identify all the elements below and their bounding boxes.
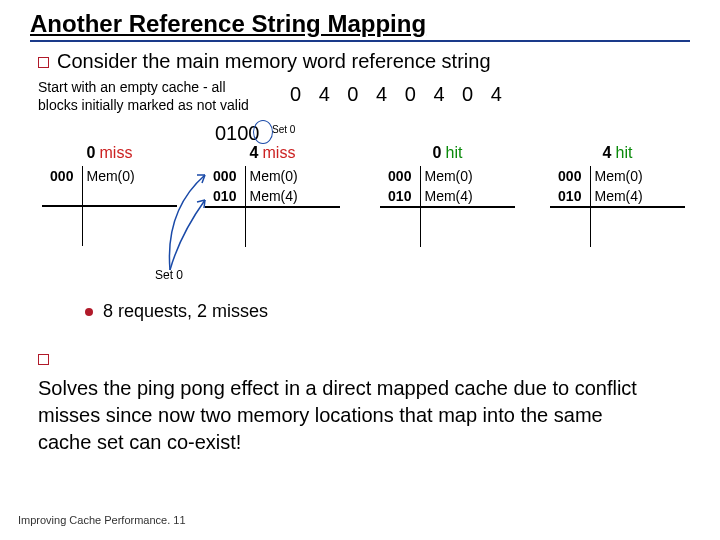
slide-footer: Improving Cache Performance. 11 bbox=[18, 514, 186, 526]
col-head: 0hit bbox=[380, 144, 515, 162]
conclusion-text: Solves the ping pong effect in a direct … bbox=[38, 375, 658, 456]
col-head: 0miss bbox=[42, 144, 177, 162]
set0-annotation: Set 0 bbox=[272, 124, 295, 135]
conclusion: Solves the ping pong effect in a direct … bbox=[0, 322, 720, 456]
note-text: Start with an empty cache - all blocks i… bbox=[38, 79, 268, 114]
ref-num: 0 bbox=[87, 144, 96, 161]
square-bullet-icon bbox=[38, 57, 49, 68]
cache-col-2: 4miss 000Mem(0) 010Mem(4) bbox=[205, 144, 340, 247]
cache-col-4: 4hit 000Mem(0) 010Mem(4) bbox=[550, 144, 685, 247]
set0-label: Set 0 bbox=[155, 268, 183, 282]
cache-table: 000Mem(0) 010Mem(4) bbox=[380, 166, 515, 247]
ref-num: 0 bbox=[433, 144, 442, 161]
slide-title: Another Reference String Mapping bbox=[30, 10, 426, 38]
status-label: miss bbox=[100, 144, 133, 161]
arrow-icon bbox=[160, 170, 220, 280]
note-row: Start with an empty cache - all blocks i… bbox=[0, 73, 720, 114]
cache-table: 000Mem(0) 010Mem(4) bbox=[205, 166, 340, 247]
cache-col-1: 0miss 000Mem(0) bbox=[42, 144, 177, 246]
status-label: hit bbox=[616, 144, 633, 161]
status-label: miss bbox=[263, 144, 296, 161]
requests-text: 8 requests, 2 misses bbox=[103, 301, 268, 321]
ref-num: 4 bbox=[250, 144, 259, 161]
reference-string: 0 4 0 4 0 4 0 4 bbox=[290, 83, 503, 106]
circle-annotation-icon bbox=[253, 120, 273, 144]
col-head: 4hit bbox=[550, 144, 685, 162]
bullet-line-1: Consider the main memory word reference … bbox=[0, 42, 720, 73]
col-head: 4miss bbox=[205, 144, 340, 162]
square-bullet-icon bbox=[38, 354, 49, 365]
dot-bullet-icon bbox=[85, 308, 93, 316]
cache-diagram: 0100 Set 0 0miss 000Mem(0) 4miss 000Mem(… bbox=[0, 120, 720, 295]
ref-num: 4 bbox=[603, 144, 612, 161]
line1-text: Consider the main memory word reference … bbox=[57, 50, 491, 72]
status-label: hit bbox=[446, 144, 463, 161]
cache-table: 000Mem(0) 010Mem(4) bbox=[550, 166, 685, 247]
cache-col-3: 0hit 000Mem(0) 010Mem(4) bbox=[380, 144, 515, 247]
requests-line: 8 requests, 2 misses bbox=[0, 295, 720, 322]
cache-table: 000Mem(0) bbox=[42, 166, 177, 246]
